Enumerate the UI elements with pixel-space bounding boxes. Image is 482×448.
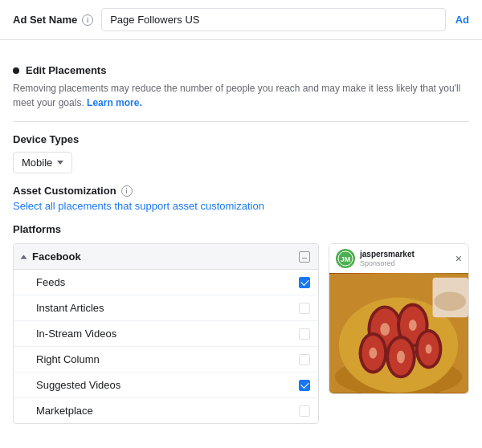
placement-right-column-label: Right Column [36,353,291,365]
list-item: Right Column [14,347,318,373]
placement-instant-articles-checkbox[interactable] [299,303,310,314]
dropdown-arrow-icon [57,161,63,165]
preview-close-icon[interactable]: × [455,253,462,264]
platforms-label: Platforms [13,223,469,235]
learn-more-link[interactable]: Learn more. [87,97,142,108]
edit-placements-title: Edit Placements [13,64,469,76]
ad-preview-image [329,273,468,393]
ad-set-name-input[interactable] [101,8,445,31]
svg-point-20 [426,344,432,354]
placement-feeds-checkbox[interactable] [299,277,310,288]
asset-customization-info-icon[interactable]: i [121,185,133,197]
asset-customization-link[interactable]: Select all placements that support asset… [13,200,264,212]
ad-set-name-label: Ad Set Name [13,14,77,26]
placement-marketplace-label: Marketplace [36,405,291,417]
svg-text:JM: JM [341,255,351,263]
asset-customization-title: Asset Customization i [13,185,469,197]
svg-point-22 [434,292,466,312]
list-item: In-Stream Videos [14,321,318,347]
ad-preview: JM jaspersmarket Sponsored × [329,243,469,394]
device-types-value: Mobile [22,157,52,169]
preview-user-info: jaspersmarket Sponsored [360,250,451,267]
ad-preview-header: JM jaspersmarket Sponsored × [329,244,468,273]
placement-right-column-checkbox[interactable] [299,354,310,365]
svg-point-19 [397,351,405,364]
placement-instant-articles-label: Instant Articles [36,302,291,314]
facebook-platform-name: Facebook [32,250,292,263]
asset-customization-section: Asset Customization i Select all placeme… [13,185,469,212]
device-types-label: Device Types [13,133,469,145]
placement-marketplace-checkbox[interactable] [299,405,310,417]
list-item: Marketplace [14,398,318,423]
collapse-arrow-icon[interactable] [21,255,27,259]
placement-feeds-label: Feeds [36,276,291,288]
edit-placements-section: Edit Placements Removing placements may … [0,40,482,432]
list-item: Instant Articles [14,295,318,321]
placement-instream-videos-label: In-Stream Videos [36,328,291,340]
facebook-placement-header: Facebook – [14,244,318,270]
svg-point-17 [409,320,417,331]
svg-point-18 [369,348,377,359]
avatar: JM [336,249,355,268]
divider-1 [13,121,469,122]
edit-placements-desc: Removing placements may reduce the numbe… [13,81,469,110]
preview-username: jaspersmarket [360,250,451,259]
device-types-dropdown[interactable]: Mobile [13,152,72,173]
list-item: Suggested Videos [14,373,318,398]
facebook-placement-list: Facebook – Feeds Instant Articles In-Str… [13,243,319,424]
minus-icon[interactable]: – [299,251,310,263]
header-bar: Ad Set Name i Ad [0,0,482,40]
svg-point-16 [380,323,390,336]
preview-sponsored: Sponsored [360,259,451,267]
ad-set-name-info-icon[interactable]: i [82,14,93,26]
platforms-content: Facebook – Feeds Instant Articles In-Str… [13,243,469,424]
ad-link[interactable]: Ad [455,14,469,26]
platforms-section: Platforms Facebook – Feeds Instant Artic… [13,223,469,432]
placement-instream-videos-checkbox[interactable] [299,328,310,340]
device-types-section: Device Types Mobile [13,133,469,173]
placement-suggested-videos-label: Suggested Videos [36,379,291,391]
bullet-icon [13,67,19,74]
list-item: Feeds [14,270,318,295]
placement-suggested-videos-checkbox[interactable] [299,380,310,391]
